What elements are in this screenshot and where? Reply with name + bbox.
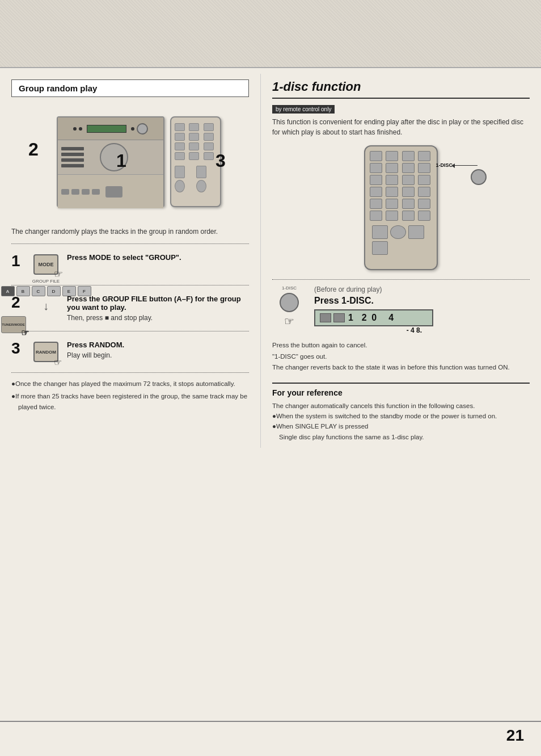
tuner-label: TUNER/MODE [2,323,24,326]
step-3-label-overlay: 3 [215,150,226,171]
top-decorative-area [0,0,541,68]
step-1-instruction: Press MODE to select "GROUP". [67,253,249,262]
display-sub-numbers: - 4 8. [314,326,433,334]
bullet-note-2: ●If more than 25 tracks have been regist… [11,391,249,412]
ref-bullet-3: Single disc play functions the same as 1… [272,432,530,442]
bullet-notes: ●Once the changer has played the maximum… [11,379,249,412]
remote-illustration [170,116,221,207]
cd-illustration-area: 2 [11,105,249,219]
press-1-disc-section: 1-DISC ☞ (Before or during play) Press 1… [272,285,530,334]
step-1-icon: MODE ☞ [32,253,60,276]
group-file-label: GROUP FILE [1,279,91,284]
step-3-text: Press RANDOM. Play will begin. [67,341,249,359]
section-title: Group random play [19,83,97,93]
separator-4 [11,372,249,373]
gf-btn-c: C [32,286,45,296]
step-3-sub: Play will begin. [67,351,249,359]
cancel-notes: Press the button again to cancel. "1-DIS… [272,340,530,373]
step-2-icon: GROUP FILE A B C D E F ↓ TUNER/MODE ☞ [32,295,60,317]
display-numbers: 1 2 0 4 [348,313,395,323]
gf-btn-a: A [1,286,15,296]
press-title: Press 1-DISC. [314,296,433,306]
disc-button-circle [471,169,487,185]
press-text-area: (Before or during play) Press 1-DISC. 1 … [314,285,433,334]
step-1-row: 1 MODE ☞ Press MODE to select "GROUP". [11,249,249,280]
random-label: RANDOM [36,350,56,355]
step-3-icon: RANDOM ☞ [32,341,60,363]
step-2-sub: Then, press ■ and stop play. [67,314,249,322]
ref-bullet-1: ●When the system is switched to the stan… [272,411,530,421]
step-2-label-overlay: 2 [28,139,39,160]
step-2-text: Press the GROUP FILE button (A–F) for th… [67,295,249,322]
cancel-note-2: "1-DISC" goes out. [272,351,530,363]
bullet-note-1: ●Once the changer has played the maximum… [11,379,249,389]
gf-btn-b: B [16,286,30,296]
hand-cursor-3-icon: ☞ [54,357,62,368]
right-remote-area: 1-DISC [272,145,530,270]
cancel-note-3: The changer reverts back to the state it… [272,362,530,373]
step-1-number: 1 [11,253,25,269]
disc-button-icon [280,293,299,312]
step-2-row: 2 GROUP FILE A B C D E F ↓ [11,290,249,326]
step-3-row: 3 RANDOM ☞ Press RANDOM. Play will begin… [11,336,249,368]
section-title-box: Group random play [11,79,249,97]
right-description: This function is convenient for ending p… [272,117,530,137]
right-column: 1-disc function by remote control only T… [261,74,541,448]
display-icons [320,313,345,322]
step-1-text: Press MODE to select "GROUP". [67,253,249,264]
step-3-instruction: Press RANDOM. [67,341,249,349]
for-reference-bullets: ●When the system is switched to the stan… [272,411,530,442]
right-separator-1 [272,279,530,280]
step-1-label-overlay: 1 [116,150,126,171]
page-number: 21 [506,726,524,745]
disc-1-label: 1-DISC [436,162,477,168]
for-reference-section: For your reference The changer automatic… [272,383,530,443]
separator-1 [11,243,249,244]
page: Group random play 2 [0,0,541,756]
tuner-mode-icon: TUNER/MODE ☞ [1,316,26,333]
bottom-rule [0,721,541,722]
left-description: The changer randomly plays the tracks in… [11,226,249,237]
right-section-title: 1-disc function [272,79,530,99]
mode-label: MODE [39,262,54,267]
step-2-instruction: Press the GROUP FILE button (A–F) for th… [67,295,249,312]
press-icon-area: 1-DISC ☞ [272,285,306,328]
hand-cursor-icon: ☞ [54,268,63,280]
press-button-label: 1-DISC [282,285,297,291]
left-column: Group random play 2 [0,74,261,448]
press-context: (Before or during play) [314,285,433,293]
for-reference-title: For your reference [272,388,530,397]
press-hand-icon: ☞ [284,314,294,328]
for-reference-main: The changer automatically cancels this f… [272,401,530,411]
display-box: 1 2 0 4 [314,309,433,326]
gf-btn-d: D [47,286,61,296]
hand-cursor-2-icon: ☞ [21,327,29,338]
step-3-number: 3 [11,341,25,356]
remote-control-label: by remote control only [272,105,335,114]
right-remote-illustration [364,145,438,270]
ref-bullet-2: ●When SINGLE PLAY is pressed [272,421,530,431]
cancel-note-1: Press the button again to cancel. [272,340,530,351]
cd-player-illustration [57,116,164,207]
disc-1-text: 1-DISC [436,162,453,168]
